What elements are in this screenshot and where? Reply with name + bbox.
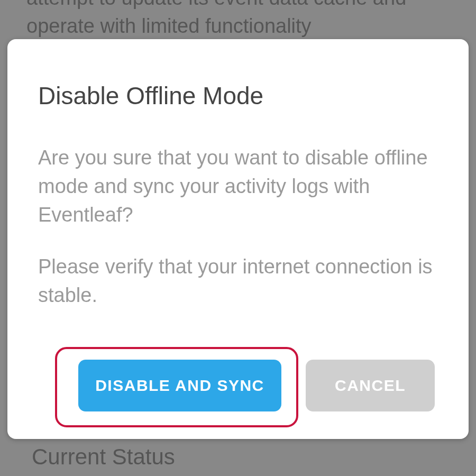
- dialog-message-p2: Please verify that your internet connect…: [38, 253, 438, 310]
- disable-and-sync-button[interactable]: DISABLE AND SYNC: [78, 360, 281, 411]
- dialog-title: Disable Offline Mode: [38, 81, 438, 110]
- cancel-button[interactable]: CANCEL: [306, 360, 435, 411]
- disable-offline-dialog: Disable Offline Mode Are you sure that y…: [7, 39, 469, 439]
- dialog-message: Are you sure that you want to disable of…: [38, 144, 438, 310]
- dialog-message-p1: Are you sure that you want to disable of…: [38, 144, 438, 230]
